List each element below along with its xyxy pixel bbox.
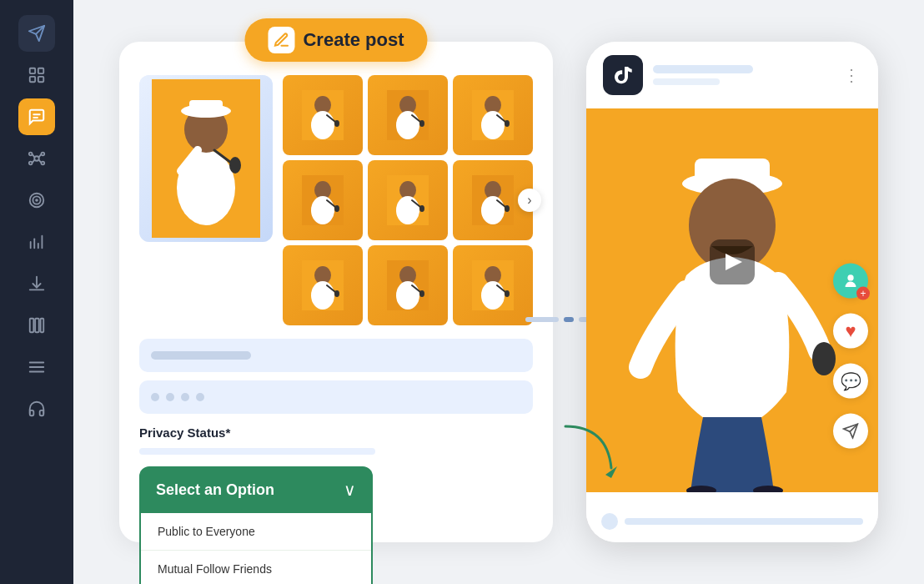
tiktok-actions: ♥ 💬 bbox=[833, 264, 868, 449]
sidebar-item-chat[interactable] bbox=[18, 98, 55, 135]
sidebar-item-target[interactable] bbox=[18, 182, 55, 219]
sidebar-item-settings[interactable] bbox=[18, 349, 55, 385]
svg-line-15 bbox=[33, 159, 35, 163]
grid-thumb-3 bbox=[453, 75, 533, 155]
svg-point-58 bbox=[334, 205, 339, 212]
svg-rect-35 bbox=[189, 100, 223, 115]
grid-thumb-1 bbox=[283, 75, 363, 155]
title-placeholder bbox=[151, 351, 251, 360]
tiktok-menu-dots[interactable]: ⋮ bbox=[843, 65, 861, 85]
grid-thumb-2 bbox=[368, 75, 448, 155]
arrow-container bbox=[557, 418, 624, 488]
create-post-title: Create post bbox=[303, 29, 404, 51]
svg-rect-25 bbox=[30, 319, 34, 333]
dropdown-option-mutual[interactable]: Mutual Follow Friends bbox=[141, 551, 371, 584]
main-content: Create post bbox=[73, 0, 924, 584]
grid-thumb-8 bbox=[368, 245, 448, 325]
svg-rect-4 bbox=[30, 77, 35, 82]
svg-point-56 bbox=[311, 196, 334, 224]
privacy-status-label: Privacy Status* bbox=[139, 425, 533, 440]
sidebar-item-network[interactable] bbox=[18, 140, 55, 177]
image-grid: › bbox=[283, 75, 533, 325]
svg-line-14 bbox=[38, 154, 41, 158]
svg-point-83 bbox=[505, 290, 510, 297]
create-post-header[interactable]: Create post bbox=[244, 18, 427, 62]
svg-rect-5 bbox=[38, 77, 43, 82]
sidebar-item-analytics[interactable] bbox=[18, 224, 55, 260]
svg-rect-2 bbox=[30, 68, 35, 73]
grid-thumb-4 bbox=[283, 160, 363, 240]
privacy-bar bbox=[139, 448, 375, 455]
svg-point-51 bbox=[481, 111, 505, 139]
bottom-text-bar bbox=[625, 518, 863, 525]
svg-point-48 bbox=[419, 120, 424, 127]
play-icon bbox=[726, 254, 742, 270]
svg-rect-27 bbox=[41, 319, 44, 333]
svg-point-10 bbox=[42, 153, 45, 156]
svg-point-41 bbox=[311, 111, 334, 139]
main-image-inner bbox=[139, 75, 273, 242]
svg-point-43 bbox=[334, 120, 339, 127]
svg-rect-26 bbox=[35, 319, 39, 333]
svg-point-9 bbox=[29, 153, 33, 156]
svg-point-19 bbox=[36, 199, 38, 201]
play-button[interactable] bbox=[710, 239, 755, 284]
svg-line-13 bbox=[33, 154, 35, 158]
comment-button[interactable]: 💬 bbox=[833, 364, 868, 399]
dot-3 bbox=[181, 393, 189, 401]
sidebar-item-support[interactable] bbox=[18, 390, 55, 427]
svg-point-66 bbox=[481, 196, 505, 224]
svg-point-73 bbox=[334, 290, 339, 297]
svg-point-53 bbox=[505, 120, 510, 127]
svg-point-89 bbox=[812, 342, 836, 375]
sidebar-item-grid[interactable] bbox=[18, 57, 55, 93]
grid-thumb-5 bbox=[368, 160, 448, 240]
sidebar-item-library[interactable] bbox=[18, 307, 55, 344]
tiktok-header: ⋮ bbox=[586, 42, 878, 108]
sidebar-item-send[interactable] bbox=[18, 15, 55, 52]
dropdown-trigger-text: Select an Option bbox=[156, 481, 274, 499]
svg-point-12 bbox=[42, 162, 45, 165]
svg-point-68 bbox=[505, 205, 510, 212]
svg-point-76 bbox=[396, 281, 419, 310]
svg-point-78 bbox=[419, 290, 424, 297]
tiktok-bottom-bar bbox=[586, 501, 878, 542]
svg-point-92 bbox=[847, 274, 853, 280]
tags-input-field[interactable] bbox=[139, 380, 533, 414]
dropdown-menu: Public to Everyone Mutual Follow Friends… bbox=[139, 513, 373, 584]
tiktok-preview: ⋮ bbox=[586, 42, 878, 542]
svg-rect-3 bbox=[38, 68, 43, 73]
dot-1 bbox=[151, 393, 159, 401]
like-button[interactable]: ♥ bbox=[833, 314, 868, 349]
dropdown-chevron-icon: ∨ bbox=[344, 480, 356, 500]
dropdown-trigger[interactable]: Select an Option ∨ bbox=[139, 466, 373, 513]
grid-thumb-9 bbox=[453, 245, 533, 325]
tiktok-logo bbox=[603, 55, 643, 95]
main-image bbox=[139, 75, 273, 242]
dropdown-option-public[interactable]: Public to Everyone bbox=[141, 513, 371, 551]
svg-point-37 bbox=[229, 157, 241, 174]
sidebar-item-download[interactable] bbox=[18, 265, 55, 302]
follow-button[interactable] bbox=[833, 264, 868, 299]
grid-thumb-7 bbox=[283, 245, 363, 325]
sidebar bbox=[0, 0, 73, 584]
title-input-field[interactable] bbox=[139, 339, 533, 372]
tiktok-video: ♥ 💬 bbox=[586, 108, 878, 492]
create-post-card: Create post bbox=[119, 42, 553, 542]
dot-2 bbox=[166, 393, 174, 401]
share-button[interactable] bbox=[833, 414, 868, 449]
bottom-icon bbox=[601, 513, 618, 530]
svg-point-63 bbox=[419, 205, 424, 212]
svg-line-16 bbox=[38, 159, 41, 163]
tiktok-sub-bar bbox=[653, 78, 720, 85]
more-button[interactable]: › bbox=[518, 189, 541, 212]
svg-point-61 bbox=[396, 196, 419, 224]
svg-point-11 bbox=[29, 162, 33, 165]
svg-point-46 bbox=[396, 111, 419, 139]
tiktok-info bbox=[653, 65, 833, 85]
privacy-dropdown-container: Select an Option ∨ Public to Everyone Mu… bbox=[139, 466, 533, 584]
create-post-icon bbox=[268, 27, 294, 53]
dot-4 bbox=[196, 393, 204, 401]
image-section: › bbox=[139, 75, 533, 325]
svg-point-71 bbox=[311, 281, 334, 310]
